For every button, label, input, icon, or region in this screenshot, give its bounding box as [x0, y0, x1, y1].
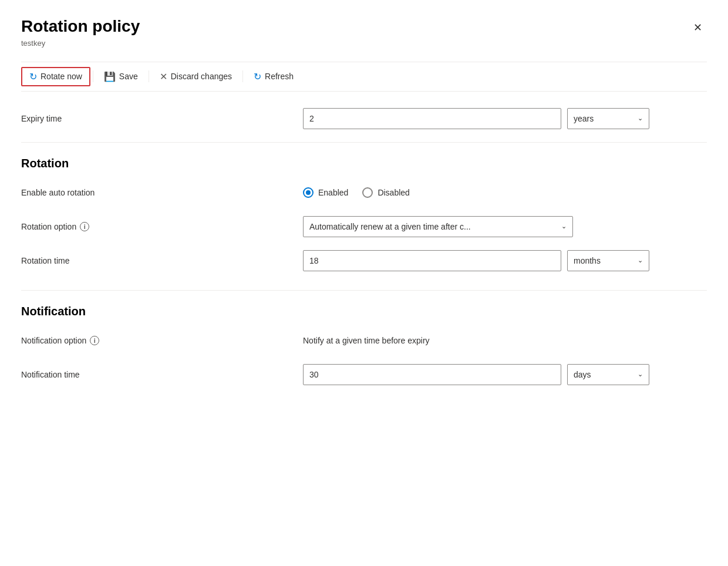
disabled-radio-option[interactable]: Disabled — [362, 187, 409, 198]
rotation-time-row: Rotation time months ⌄ — [21, 250, 707, 271]
auto-rotation-label: Enable auto rotation — [21, 188, 303, 197]
rotation-section: Rotation Enable auto rotation Enabled Di… — [21, 157, 707, 271]
rotation-option-info-icon[interactable]: i — [80, 222, 89, 231]
panel-subtitle: testkey — [21, 39, 140, 48]
expiry-time-chevron-icon: ⌄ — [638, 114, 643, 122]
notification-option-row: Notification option i Notify at a given … — [21, 330, 707, 351]
rotate-now-icon: ↻ — [29, 71, 37, 82]
rotate-now-button[interactable]: ↻ Rotate now — [21, 67, 90, 86]
toolbar-separator-1 — [93, 70, 93, 82]
notification-option-value: Notify at a given time before expiry — [303, 336, 430, 345]
rotate-now-label: Rotate now — [41, 72, 82, 81]
refresh-icon: ↻ — [254, 71, 261, 82]
toolbar: ↻ Rotate now 💾 Save ✕ Discard changes ↻ … — [21, 62, 707, 92]
save-button[interactable]: 💾 Save — [96, 68, 146, 86]
rotation-time-unit-dropdown[interactable]: months ⌄ — [567, 250, 649, 271]
notification-section-title: Notification — [21, 305, 707, 318]
expiry-time-controls: years ⌄ — [303, 108, 707, 129]
toolbar-separator-3 — [242, 70, 243, 82]
rotation-time-input[interactable] — [303, 250, 561, 271]
notification-section: Notification Notification option i Notif… — [21, 305, 707, 385]
refresh-button[interactable]: ↻ Refresh — [245, 68, 302, 86]
expiry-time-label: Expiry time — [21, 114, 303, 123]
rotation-time-chevron-icon: ⌄ — [638, 257, 643, 264]
notification-option-label: Notification option i — [21, 336, 303, 345]
disabled-radio-label: Disabled — [378, 188, 409, 197]
rotation-time-controls: months ⌄ — [303, 250, 707, 271]
toolbar-separator-2 — [149, 70, 149, 82]
enabled-radio-option[interactable]: Enabled — [303, 187, 348, 198]
panel-header: Rotation policy testkey ✕ — [21, 16, 707, 59]
header-left: Rotation policy testkey — [21, 16, 140, 59]
disabled-radio-circle — [362, 187, 373, 198]
rotation-time-unit-label: months — [574, 256, 601, 265]
notification-time-controls: days ⌄ — [303, 364, 707, 385]
enabled-radio-circle — [303, 187, 314, 198]
rotation-policy-panel: Rotation policy testkey ✕ ↻ Rotate now 💾… — [0, 0, 728, 566]
discard-icon: ✕ — [160, 71, 167, 82]
notification-time-unit-label: days — [574, 370, 591, 379]
rotation-option-value: Automatically renew at a given time afte… — [309, 222, 471, 231]
refresh-label: Refresh — [265, 72, 294, 81]
rotation-section-title: Rotation — [21, 157, 707, 170]
discard-changes-button[interactable]: ✕ Discard changes — [151, 68, 240, 86]
expiry-time-row: Expiry time years ⌄ — [21, 108, 707, 129]
rotation-option-row: Rotation option i Automatically renew at… — [21, 216, 707, 237]
expiry-time-unit-label: years — [574, 114, 594, 123]
divider-2 — [21, 290, 707, 291]
divider-1 — [21, 142, 707, 143]
expiry-time-unit-dropdown[interactable]: years ⌄ — [567, 108, 649, 129]
notification-time-chevron-icon: ⌄ — [638, 370, 643, 378]
notification-time-unit-dropdown[interactable]: days ⌄ — [567, 364, 649, 385]
panel-title: Rotation policy — [21, 16, 140, 36]
expiry-time-input[interactable] — [303, 108, 561, 129]
notification-option-controls: Notify at a given time before expiry — [303, 336, 707, 345]
notification-time-input[interactable] — [303, 364, 561, 385]
rotation-option-dropdown[interactable]: Automatically renew at a given time afte… — [303, 216, 573, 237]
rotation-option-controls: Automatically renew at a given time afte… — [303, 216, 707, 237]
discard-label: Discard changes — [171, 72, 232, 81]
rotation-time-label: Rotation time — [21, 256, 303, 265]
save-icon: 💾 — [104, 71, 116, 82]
auto-rotation-row: Enable auto rotation Enabled Disabled — [21, 182, 707, 203]
rotation-option-chevron-icon: ⌄ — [561, 223, 567, 230]
notification-time-label: Notification time — [21, 370, 303, 379]
close-icon: ✕ — [693, 22, 702, 33]
close-button[interactable]: ✕ — [689, 19, 707, 36]
auto-rotation-controls: Enabled Disabled — [303, 187, 707, 198]
rotation-option-label: Rotation option i — [21, 222, 303, 231]
notification-time-row: Notification time days ⌄ — [21, 364, 707, 385]
notification-option-info-icon[interactable]: i — [90, 336, 99, 345]
enabled-radio-label: Enabled — [318, 188, 348, 197]
save-label: Save — [119, 72, 138, 81]
